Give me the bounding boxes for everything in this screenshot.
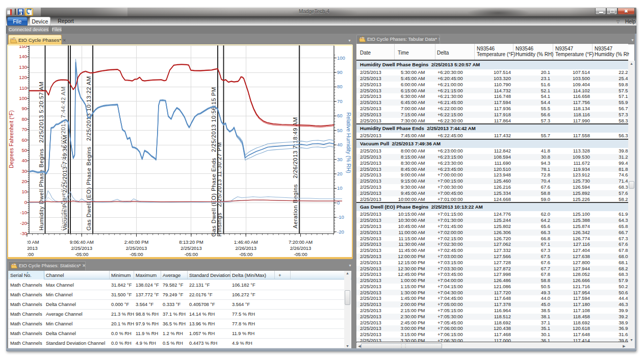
svg-text:3:33:20 AM: 3:33:20 AM: [15, 240, 39, 245]
svg-text:-10: -10: [20, 210, 27, 215]
svg-text:40: 40: [21, 158, 27, 163]
svg-text:70: 70: [337, 98, 343, 104]
svg-text:Relative Humidity (% RH): Relative Humidity (% RH): [346, 112, 352, 173]
svg-text:-30: -30: [20, 231, 27, 236]
svg-text:150: 150: [19, 45, 27, 49]
svg-text:1:46:40 AM: 1:46:40 AM: [234, 240, 258, 245]
svg-text:-05:00: -05:00: [294, 252, 307, 257]
svg-text:110: 110: [19, 85, 27, 91]
svg-text:7:20:00 AM: 7:20:00 AM: [289, 240, 313, 245]
svg-text:60: 60: [337, 113, 343, 118]
svg-text:10: 10: [337, 185, 343, 191]
svg-text:100: 100: [337, 55, 345, 61]
svg-text:130: 130: [19, 64, 27, 70]
svg-text:90: 90: [337, 69, 343, 75]
svg-text:Humidity Dwell Phase Begins: Humidity Dwell Phase Begins 2/25/2013 5:…: [38, 82, 44, 231]
svg-text:30: 30: [337, 157, 343, 162]
svg-text:50: 50: [337, 128, 343, 133]
svg-text:8:13:20 PM: 8:13:20 PM: [179, 240, 203, 245]
svg-text:120: 120: [19, 74, 27, 80]
svg-text:-05:00: -05:00: [185, 252, 198, 257]
svg-text:2:40:00 PM: 2:40:00 PM: [124, 240, 149, 245]
svg-text:Gas Dwell (EO) Phase Begins: Gas Dwell (EO) Phase Begins 2/25/2013 10…: [86, 76, 92, 231]
svg-text:2/25/2013: 2/25/2013: [16, 246, 37, 251]
svg-text:Aeration Begins 2/26/2013 7:: Aeration Begins 2/26/2013 7:18:49 AM: [292, 117, 298, 228]
svg-text:0: 0: [24, 199, 27, 205]
svg-text:Gas Dwell (EO) Phase Ends 2/: Gas Dwell (EO) Phase Ends 2/25/2013 10:5…: [211, 87, 217, 237]
svg-text:-05:00: -05:00: [75, 252, 88, 257]
svg-text:2/25/2013: 2/25/2013: [181, 246, 201, 251]
svg-text:30: 30: [21, 168, 27, 174]
svg-text:Vacuum Pull 2/25/2013 7:49:3: Vacuum Pull 2/25/2013 7:49:36 AM: [62, 135, 68, 231]
svg-text:80: 80: [337, 84, 343, 89]
svg-text:Rinsings 2/25/2013 11:30:27: Rinsings 2/25/2013 11:30:27 PM: [216, 142, 222, 237]
svg-text:40: 40: [337, 142, 343, 147]
svg-text:2/25/2013: 2/25/2013: [71, 246, 92, 251]
svg-text:20: 20: [21, 178, 27, 184]
svg-text:-20: -20: [20, 220, 27, 226]
svg-text:0: 0: [337, 200, 340, 206]
svg-text:2/25/2013: 2/25/2013: [126, 246, 147, 251]
svg-text:-10: -10: [337, 214, 344, 220]
svg-text:-05:00: -05:00: [130, 252, 143, 257]
svg-text:140: 140: [19, 54, 27, 59]
svg-text:2/26/2013: 2/26/2013: [236, 246, 256, 251]
svg-text:10: 10: [21, 189, 27, 194]
svg-text:9:06:40 AM: 9:06:40 AM: [70, 240, 94, 245]
svg-text:-20: -20: [337, 229, 344, 235]
svg-text:-05:00: -05:00: [20, 252, 34, 257]
svg-text:100: 100: [19, 95, 27, 101]
svg-text:20: 20: [337, 171, 343, 176]
svg-text:90: 90: [21, 106, 27, 111]
svg-text:-05:00: -05:00: [239, 252, 252, 257]
svg-text:60: 60: [21, 137, 27, 143]
svg-text:Degrees Fahrenheit (°F): Degrees Fahrenheit (°F): [8, 110, 14, 168]
svg-text:70: 70: [21, 126, 27, 132]
svg-text:80: 80: [21, 116, 27, 122]
svg-text:2/26/2013: 2/26/2013: [290, 246, 311, 251]
svg-text:50: 50: [21, 147, 27, 153]
